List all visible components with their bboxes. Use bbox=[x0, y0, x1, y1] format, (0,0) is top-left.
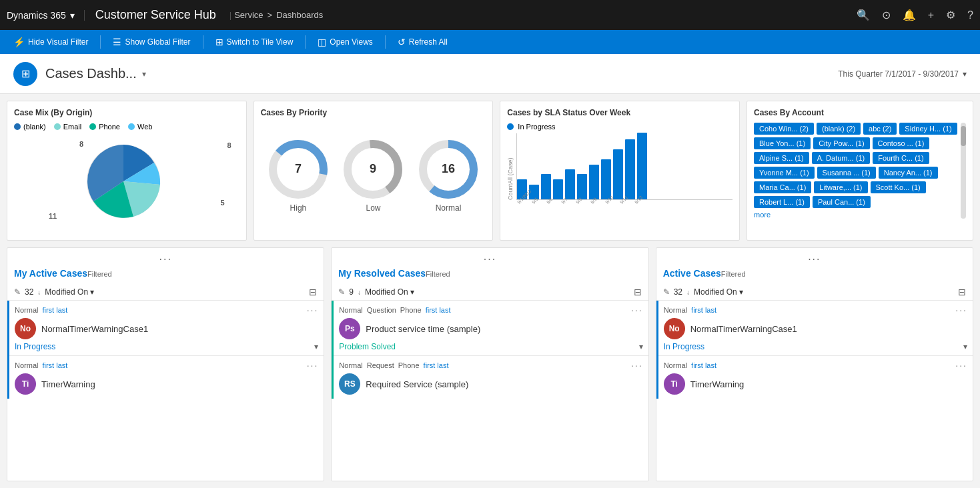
item1-expand[interactable]: ▾ bbox=[314, 342, 318, 351]
refresh-button[interactable]: ↺ Refresh All bbox=[391, 34, 454, 50]
resolved-dots[interactable]: ··· bbox=[338, 253, 641, 265]
donut-high[interactable]: 7 High bbox=[268, 139, 328, 213]
legend-dot-web bbox=[128, 123, 135, 130]
open-views-button[interactable]: ◫ Open Views bbox=[311, 34, 379, 50]
aitem2-name[interactable]: TimerWarning bbox=[690, 379, 745, 389]
account-tag[interactable]: A. Datum... (1) bbox=[812, 152, 871, 164]
all-active-filtered: Filtered bbox=[721, 270, 746, 278]
bar-10 bbox=[625, 139, 635, 199]
my-active-cases-list: ··· My Active Cases Filtered ✎ 32 ↓ Modi… bbox=[7, 247, 324, 481]
account-tag[interactable]: Sidney H... (1) bbox=[899, 123, 957, 135]
accounts-scrollbar[interactable] bbox=[961, 123, 966, 219]
account-tag[interactable]: Litware,... (1) bbox=[814, 181, 867, 193]
aitem1-avatar: No bbox=[664, 318, 685, 339]
label-5: 5 bbox=[221, 199, 225, 207]
account-tag[interactable]: Robert L... (1) bbox=[754, 196, 810, 208]
tile-view-button[interactable]: ⊞ Switch to Tile View bbox=[209, 34, 300, 50]
active-count: 32 bbox=[25, 287, 33, 297]
case-mix-title: Case Mix (By Origin) bbox=[14, 108, 239, 117]
ritem1-user[interactable]: first last bbox=[426, 306, 451, 314]
ritem2-avatar: RS bbox=[339, 373, 360, 395]
pie-chart-area[interactable]: 8 8 5 11 bbox=[14, 135, 239, 228]
aitem1-user[interactable]: first last bbox=[691, 306, 716, 314]
top-nav: Dynamics 365 ▾ Customer Service Hub | Se… bbox=[0, 0, 980, 30]
item1-dots[interactable]: ··· bbox=[307, 305, 319, 315]
active-dots[interactable]: ··· bbox=[14, 253, 317, 265]
account-tag[interactable]: Scott Ko... (1) bbox=[871, 181, 926, 193]
breadcrumb: Service > Dashboards bbox=[234, 10, 323, 20]
hide-filter-button[interactable]: ⚡ Hide Visual Filter bbox=[7, 34, 95, 50]
bell-icon[interactable]: 🔔 bbox=[903, 9, 916, 21]
aitem2-dots[interactable]: ··· bbox=[955, 360, 967, 371]
item2-name[interactable]: TimerWarning bbox=[41, 379, 95, 389]
donut-low[interactable]: 9 Low bbox=[343, 139, 403, 213]
account-tag[interactable]: Susanna ... (1) bbox=[817, 167, 876, 179]
account-tag[interactable]: Yvonne M... (1) bbox=[754, 167, 815, 179]
active-view-icon[interactable]: ⊟ bbox=[309, 287, 317, 297]
resolved-view-icon[interactable]: ⊟ bbox=[634, 287, 642, 297]
donut-normal-label: Normal bbox=[436, 203, 462, 213]
active-scroll-area[interactable]: Normal first last ··· No NormalTimerWarn… bbox=[7, 301, 324, 481]
target-icon[interactable]: ⊙ bbox=[882, 9, 891, 21]
active-sort[interactable]: Modified On ▾ bbox=[45, 287, 94, 297]
aitem1-dots[interactable]: ··· bbox=[955, 305, 967, 315]
dashboard-chevron[interactable]: ▾ bbox=[142, 69, 146, 79]
active-item-2: Normal first last ··· Ti TimerWarning bbox=[7, 356, 324, 399]
item2-tag-user[interactable]: first last bbox=[42, 361, 67, 369]
breadcrumb-service[interactable]: Service bbox=[234, 10, 263, 20]
donut-normal[interactable]: 16 Normal bbox=[418, 139, 478, 213]
account-tag[interactable]: Blue Yon... (1) bbox=[754, 137, 811, 149]
donut-normal-svg: 16 bbox=[418, 139, 478, 199]
breadcrumb-arrow: > bbox=[268, 10, 273, 20]
search-icon[interactable]: 🔍 bbox=[857, 9, 870, 21]
resolved-item-2-content: Normal Request Phone first last ··· RS R… bbox=[334, 356, 648, 399]
all-active-scroll-area[interactable]: Normal first last ··· No NormalTimerWarn… bbox=[656, 301, 973, 481]
item1-tag-normal: Normal bbox=[15, 306, 38, 314]
resolved-sort-arrow: ↓ bbox=[358, 289, 361, 296]
date-range[interactable]: This Quarter 7/1/2017 - 9/30/2017 ▾ bbox=[838, 69, 967, 79]
settings-icon[interactable]: ⚙ bbox=[946, 9, 955, 21]
ritem1-status: Problem Solved bbox=[339, 342, 396, 351]
account-tag[interactable]: Contoso ... (1) bbox=[873, 137, 930, 149]
bar-8 bbox=[601, 159, 611, 199]
account-tag[interactable]: (blank) (2) bbox=[817, 123, 861, 135]
resolved-sort[interactable]: Modified On ▾ bbox=[365, 287, 414, 297]
aitem1-name[interactable]: NormalTimerWarningCase1 bbox=[690, 324, 797, 334]
item2-dots[interactable]: ··· bbox=[307, 360, 319, 371]
account-tag[interactable]: Alpine S... (1) bbox=[754, 152, 809, 164]
account-tag[interactable]: Nancy An... (1) bbox=[879, 167, 938, 179]
all-active-dots[interactable]: ··· bbox=[663, 253, 966, 265]
ritem2-user[interactable]: first last bbox=[424, 361, 449, 369]
brand[interactable]: Dynamics 365 ▾ bbox=[7, 10, 85, 21]
refresh-icon: ↺ bbox=[398, 37, 406, 47]
item1-footer: In Progress ▾ bbox=[15, 342, 318, 351]
account-tag[interactable]: Fourth C... (1) bbox=[873, 152, 929, 164]
account-tag[interactable]: City Pow... (1) bbox=[813, 137, 869, 149]
active-filtered: Filtered bbox=[87, 270, 112, 278]
account-tag[interactable]: Maria Ca... (1) bbox=[754, 181, 811, 193]
resolved-scroll-area[interactable]: Normal Question Phone first last ··· Ps … bbox=[332, 301, 648, 481]
all-active-sort-chevron: ▾ bbox=[739, 287, 743, 297]
account-tag[interactable]: Paul Can... (1) bbox=[813, 196, 871, 208]
ritem1-dots[interactable]: ··· bbox=[631, 305, 643, 315]
all-active-sort[interactable]: Modified On ▾ bbox=[694, 287, 743, 297]
sla-chart-area[interactable]: CountAll (Case) bbox=[507, 133, 732, 206]
resolved-filtered: Filtered bbox=[426, 270, 450, 278]
ritem2-dots[interactable]: ··· bbox=[631, 360, 643, 371]
account-tag[interactable]: Coho Win... (2) bbox=[754, 123, 814, 135]
ritem1-name[interactable]: Product service time (sample) bbox=[366, 324, 480, 334]
ritem2-name[interactable]: Required Service (sample) bbox=[366, 379, 468, 389]
all-active-view-icon[interactable]: ⊟ bbox=[958, 287, 966, 297]
add-icon[interactable]: + bbox=[928, 9, 934, 21]
more-link[interactable]: more bbox=[754, 211, 958, 219]
show-global-filter-button[interactable]: ☰ Show Global Filter bbox=[106, 34, 197, 50]
ritem1-expand[interactable]: ▾ bbox=[639, 342, 643, 351]
aitem2-user[interactable]: first last bbox=[691, 361, 716, 369]
aitem1-expand[interactable]: ▾ bbox=[963, 342, 967, 351]
item1-tag-user[interactable]: first last bbox=[42, 306, 67, 314]
help-icon[interactable]: ? bbox=[967, 9, 973, 21]
item1-name[interactable]: NormalTimerWarningCase1 bbox=[41, 324, 148, 334]
aitem1-footer: In Progress ▾ bbox=[664, 342, 967, 351]
aitem1-normal: Normal bbox=[664, 306, 687, 314]
account-tag[interactable]: abc (2) bbox=[863, 123, 897, 135]
